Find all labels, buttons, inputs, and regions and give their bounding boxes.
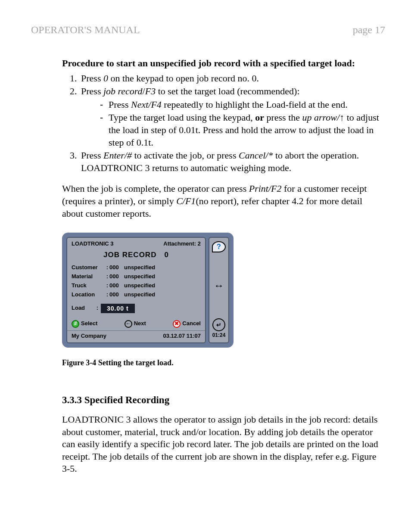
next-button[interactable]: ← Next (125, 320, 146, 328)
up-arrow-icon: ↑ (339, 112, 344, 123)
section-heading: 3.3.3 Specified Recording (62, 394, 385, 407)
company-label: My Company (72, 333, 106, 340)
step-2a: Press Next/F4 repeatedly to highlight th… (98, 99, 385, 111)
header-page: page 17 (353, 24, 385, 36)
left-arrow-icon: ← (125, 320, 132, 328)
cancel-icon: ✖ (173, 320, 181, 328)
clock-label: 01:24 (212, 332, 226, 339)
procedure-list: Press 0 on the keypad to open job record… (79, 72, 385, 174)
enter-button[interactable]: ↵ 01:24 (212, 318, 226, 339)
device-footer: My Company 03.12.07 11:07 (67, 330, 205, 342)
device-brand: LOADTRONIC 3 (72, 240, 114, 248)
device-buttons: # Select ← Next ✖ Cancel (67, 317, 205, 330)
post-paragraph: When the job is complete, the operator c… (62, 183, 385, 220)
step-1: Press 0 on the keypad to open job record… (79, 72, 385, 85)
step-2b: Type the target load using the keypad, o… (98, 112, 385, 149)
device-title: JOB RECORD0 (67, 249, 205, 263)
figure-caption: Figure 3-4 Setting the target load. (62, 358, 385, 368)
select-button[interactable]: # Select (72, 320, 97, 328)
field-material: Material:000unspecified (67, 272, 205, 281)
lcd-panel: LOADTRONIC 3 Attachment: 2 JOB RECORD0 C… (66, 237, 206, 343)
device-attachment: Attachment: 2 (163, 240, 201, 248)
header-title: OPERATOR'S MANUAL (31, 24, 140, 36)
datetime-label: 03.12.07 11:07 (163, 333, 201, 340)
enter-icon: ↵ (212, 318, 225, 331)
field-location: Location:000unspecified (67, 290, 205, 299)
step-2-sublist: Press Next/F4 repeatedly to highlight th… (98, 99, 385, 149)
device-sidebar: ? ↔ ↵ 01:24 (209, 237, 229, 343)
device-screenshot: LOADTRONIC 3 Attachment: 2 JOB RECORD0 C… (62, 233, 234, 348)
page-header: OPERATOR'S MANUAL page 17 (31, 24, 385, 36)
help-icon[interactable]: ? (212, 241, 226, 252)
section-body: LOADTRONIC 3 allows the operator to assi… (62, 414, 385, 475)
procedure-title: Procedure to start an unspecified job re… (62, 57, 385, 70)
hash-icon: # (72, 320, 79, 328)
field-customer: Customer:000unspecified (67, 263, 205, 272)
horizontal-arrows-icon[interactable]: ↔ (214, 280, 224, 291)
field-truck: Truck:000unspecified (67, 281, 205, 290)
step-3: Press Enter/# to activate the job, or pr… (79, 149, 385, 174)
step-2: Press job record/F3 to set the target lo… (79, 85, 385, 149)
page: OPERATOR'S MANUAL page 17 Procedure to s… (0, 0, 411, 510)
cancel-button[interactable]: ✖ Cancel (173, 320, 201, 328)
load-value-box[interactable]: 30.00 t (101, 304, 135, 313)
field-load: Load: 30.00 t (67, 299, 205, 317)
content: Procedure to start an unspecified job re… (62, 57, 385, 475)
